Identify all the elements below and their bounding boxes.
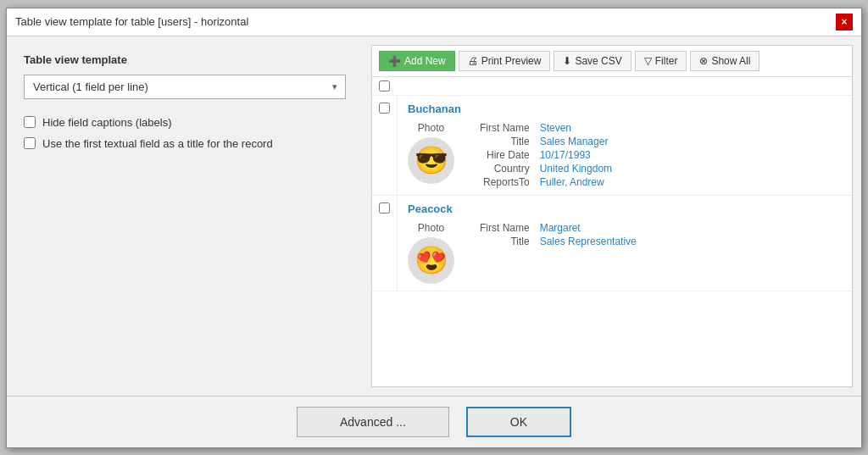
record-fields: Photo 😎 First Name Steven Title Sal bbox=[408, 122, 842, 188]
field-label: First Name bbox=[480, 122, 530, 134]
hide-captions-checkbox[interactable] bbox=[24, 116, 36, 128]
avatar-emoji: 😎 bbox=[415, 144, 448, 176]
hide-captions-label: Hide field captions (labels) bbox=[42, 116, 171, 129]
record-details: First Name Margaret Title Sales Represen… bbox=[480, 222, 637, 247]
avatar-emoji: 😍 bbox=[415, 244, 448, 276]
template-dropdown[interactable]: Vertical (1 field per line) bbox=[24, 75, 346, 99]
record-photo-section: Photo 😍 bbox=[408, 222, 454, 284]
record-checkbox[interactable] bbox=[379, 203, 390, 214]
field-value: Sales Manager bbox=[540, 136, 612, 147]
first-field-title-checkbox[interactable] bbox=[24, 137, 36, 149]
dropdown-container: Vertical (1 field per line) ▾ bbox=[24, 75, 346, 99]
filter-icon: ▽ bbox=[644, 55, 652, 67]
advanced-button[interactable]: Advanced ... bbox=[297, 407, 449, 437]
download-icon: ⬇ bbox=[563, 55, 571, 67]
main-dialog: Table view template for table [users] - … bbox=[6, 8, 862, 448]
left-panel: Table view template Vertical (1 field pe… bbox=[7, 36, 363, 396]
avatar: 😎 bbox=[408, 137, 454, 184]
field-value: Fuller, Andrew bbox=[540, 176, 612, 188]
table-view: ➕ Add New 🖨 Print Preview ⬇ Save CSV ▽ F… bbox=[371, 45, 853, 387]
first-field-title-checkbox-item: Use the first textual field as a title f… bbox=[24, 137, 346, 150]
add-new-label: Add New bbox=[404, 55, 446, 67]
field-label: Title bbox=[480, 236, 530, 247]
field-value: United Kingdom bbox=[540, 163, 612, 175]
first-field-title-label: Use the first textual field as a title f… bbox=[42, 137, 273, 150]
avatar: 😍 bbox=[408, 237, 454, 284]
filter-button[interactable]: ▽ Filter bbox=[635, 51, 687, 71]
field-value: Margaret bbox=[540, 222, 637, 234]
field-value: 10/17/1993 bbox=[540, 149, 612, 161]
right-panel: ➕ Add New 🖨 Print Preview ⬇ Save CSV ▽ F… bbox=[363, 36, 861, 396]
hide-captions-checkbox-item: Hide field captions (labels) bbox=[24, 116, 346, 129]
left-panel-title: Table view template bbox=[24, 53, 346, 66]
record-name[interactable]: Buchanan bbox=[408, 103, 842, 115]
print-preview-button[interactable]: 🖨 Print Preview bbox=[459, 51, 551, 71]
toolbar: ➕ Add New 🖨 Print Preview ⬇ Save CSV ▽ F… bbox=[372, 46, 852, 77]
record-checkbox-col bbox=[372, 196, 398, 291]
dialog-footer: Advanced ... OK bbox=[7, 396, 861, 447]
ok-button[interactable]: OK bbox=[466, 407, 571, 437]
table-row: Buchanan Photo 😎 First Name bbox=[372, 96, 852, 196]
close-button[interactable]: × bbox=[836, 14, 853, 31]
field-label: Title bbox=[480, 136, 530, 147]
records-area: Buchanan Photo 😎 First Name bbox=[372, 77, 852, 386]
dialog-body: Table view template Vertical (1 field pe… bbox=[7, 36, 861, 396]
print-preview-label: Print Preview bbox=[481, 55, 542, 67]
field-label: First Name bbox=[480, 222, 530, 234]
circle-icon: ⊗ bbox=[699, 55, 708, 67]
record-checkbox-col bbox=[372, 96, 398, 195]
record-details: First Name Steven Title Sales Manager Hi… bbox=[480, 122, 612, 188]
field-label: Hire Date bbox=[480, 149, 530, 161]
select-all-checkbox[interactable] bbox=[379, 80, 390, 92]
show-all-button[interactable]: ⊗ Show All bbox=[690, 51, 760, 71]
save-csv-button[interactable]: ⬇ Save CSV bbox=[554, 51, 631, 71]
dialog-title: Table view template for table [users] - … bbox=[15, 15, 248, 28]
header-checkbox-row bbox=[372, 77, 852, 96]
record-photo-section: Photo 😎 bbox=[408, 122, 454, 184]
show-all-label: Show All bbox=[711, 55, 750, 67]
add-new-button[interactable]: ➕ Add New bbox=[379, 51, 455, 71]
field-value: Sales Representative bbox=[540, 236, 637, 247]
field-value: Steven bbox=[540, 122, 612, 134]
photo-label: Photo bbox=[418, 222, 444, 234]
record-content: Peacock Photo 😍 First Name bbox=[398, 196, 852, 291]
photo-label: Photo bbox=[418, 122, 444, 134]
print-icon: 🖨 bbox=[468, 55, 478, 67]
record-name[interactable]: Peacock bbox=[408, 203, 842, 215]
save-csv-label: Save CSV bbox=[575, 55, 621, 67]
record-content: Buchanan Photo 😎 First Name bbox=[398, 96, 852, 195]
record-checkbox[interactable] bbox=[379, 103, 390, 114]
title-bar: Table view template for table [users] - … bbox=[7, 8, 861, 36]
plus-icon: ➕ bbox=[388, 55, 401, 67]
table-row: Peacock Photo 😍 First Name bbox=[372, 196, 852, 291]
record-fields: Photo 😍 First Name Margaret Title S bbox=[408, 222, 842, 284]
field-label: ReportsTo bbox=[480, 176, 530, 188]
filter-label: Filter bbox=[655, 55, 678, 67]
field-label: Country bbox=[480, 163, 530, 175]
